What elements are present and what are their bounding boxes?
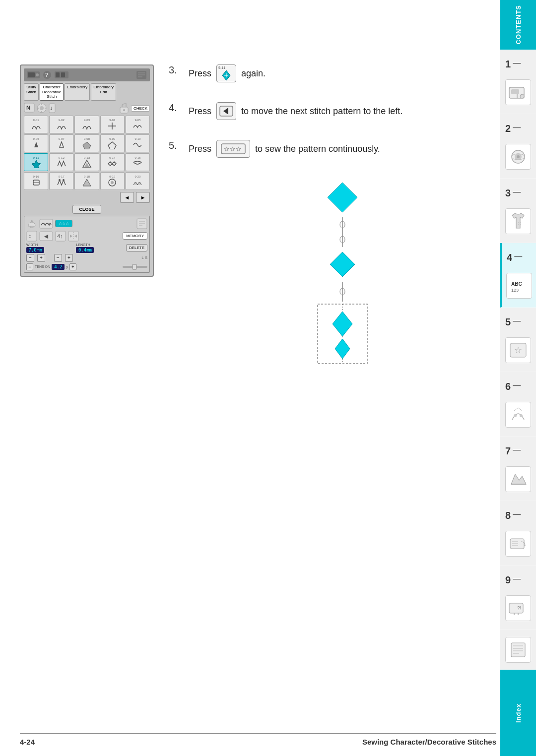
stitch-icon-n: N xyxy=(24,103,35,113)
lock-icon[interactable] xyxy=(119,103,130,114)
notes-icon-box xyxy=(505,637,531,663)
tens-minus-button[interactable]: − xyxy=(26,263,33,270)
machine-cell-905[interactable]: 9-05 xyxy=(126,116,150,133)
close-button[interactable]: CLOSE xyxy=(72,205,101,214)
footer-title: Sewing Character/Decorative Stitches xyxy=(362,738,496,746)
machine-cell-911[interactable]: 9-11 xyxy=(24,153,48,171)
svg-point-69 xyxy=(31,220,33,222)
mirror-icon[interactable] xyxy=(68,231,79,242)
down-arrow-icon[interactable]: ↓ xyxy=(49,103,56,113)
machine-cell-903[interactable]: 9-03 xyxy=(74,116,99,133)
machine-tab-character[interactable]: CharacterDecorativeStitch xyxy=(40,83,64,101)
sidebar-tab-notes[interactable] xyxy=(500,630,536,670)
svg-marker-101 xyxy=(333,312,352,336)
bottom-row-2: ↕ ◄ 4↑ MEMORY xyxy=(26,231,147,242)
width-minus-button[interactable]: − xyxy=(26,254,34,262)
abc-icon: ABC 123 xyxy=(509,277,529,295)
machine-cell-902[interactable]: 9-02 xyxy=(49,116,73,133)
machine-tab-utility[interactable]: UtilityStitch xyxy=(24,83,39,101)
width-plus-button[interactable]: + xyxy=(37,254,45,262)
step-5-text-after: to sew the pattern continuously. xyxy=(255,144,380,154)
machine-cell-912[interactable]: 9-12 xyxy=(49,153,73,171)
tab-7-number: 7 xyxy=(505,445,511,457)
tab-8-number: 8 xyxy=(505,510,511,521)
step-3-icon-label: 9-11 xyxy=(218,66,225,69)
svg-marker-58 xyxy=(32,160,41,168)
sidebar-tab-6[interactable]: 6 — xyxy=(500,372,536,437)
next-pattern-button[interactable]: ► xyxy=(136,192,150,203)
prev-pattern-button[interactable]: ◄ xyxy=(120,192,134,203)
bell-icon[interactable] xyxy=(26,218,37,229)
machine-tab-edit[interactable]: EmbroideryEdit xyxy=(91,83,116,101)
up-down-icon[interactable]: ↕ xyxy=(26,231,37,242)
machine-cell-914[interactable]: 9-14 xyxy=(100,153,125,171)
svg-point-64 xyxy=(63,179,65,181)
length-plus-button[interactable]: + xyxy=(65,254,73,262)
stitch-pattern-icon[interactable] xyxy=(39,218,53,229)
machine-cell-920[interactable]: 9-20 xyxy=(126,172,150,190)
machine-top-bar: ? xyxy=(24,68,150,81)
machine-cell-913[interactable]: 9-13 xyxy=(74,153,99,171)
settings-icon[interactable] xyxy=(36,103,47,114)
machine-cell-901[interactable]: 9-01 xyxy=(24,116,48,133)
length-label: LENGTH xyxy=(76,243,94,247)
thread-to-box-svg xyxy=(337,282,347,302)
sidebar-tab-8[interactable]: 8 — xyxy=(500,501,536,566)
tab-3-icon-box xyxy=(505,208,531,234)
sidebar-tab-1[interactable]: 1 — xyxy=(500,50,536,114)
machine-cell-919[interactable]: 9-19 xyxy=(100,172,125,190)
step-4-icon[interactable] xyxy=(216,102,236,120)
left-arrow-btn-icon[interactable]: ◄ xyxy=(39,231,53,242)
machine-top-icon1 xyxy=(26,70,40,80)
length-minus-button[interactable]: − xyxy=(54,254,62,262)
machine-cell-907[interactable]: 9-07 xyxy=(49,134,73,152)
step-5-icon[interactable]: ☆☆☆ xyxy=(216,140,250,158)
footer: 4-24 Sewing Character/Decorative Stitche… xyxy=(20,733,496,746)
length-group: LENGTH 0.4mm xyxy=(76,243,94,253)
machine-cell-904[interactable]: 9-04 xyxy=(100,116,125,133)
svg-point-45 xyxy=(40,106,44,110)
machine-cell-908[interactable]: 9-08 xyxy=(74,134,99,152)
svg-marker-56 xyxy=(83,142,91,149)
svg-text:☆: ☆ xyxy=(514,345,522,355)
machine-cell-915[interactable]: 9-15 xyxy=(126,153,150,171)
machine-cell-910[interactable]: 9-10 xyxy=(126,134,150,152)
sidebar-tab-5[interactable]: 5 — ☆ xyxy=(500,308,536,372)
svg-rect-68 xyxy=(30,226,33,228)
svg-point-14 xyxy=(514,414,517,417)
step-5: 5. Press ☆☆☆ to sew the pattern continuo… xyxy=(169,140,476,158)
step-5-number: 5. xyxy=(169,140,184,151)
svg-point-32 xyxy=(36,73,39,76)
svg-rect-71 xyxy=(137,219,147,229)
machine-cell-916[interactable]: 9-16 xyxy=(24,172,48,190)
machine-cell-906[interactable]: 9-06 xyxy=(24,134,48,152)
machine-cell-918[interactable]: 9-18 xyxy=(74,172,99,190)
sidebar-tab-7[interactable]: 7 — xyxy=(500,437,536,501)
machine-cell-917[interactable]: 9-17 xyxy=(49,172,73,190)
machine-tab-embroidery[interactable]: Embroidery xyxy=(65,83,90,101)
step-3-icon[interactable]: 9-11 xyxy=(216,64,236,82)
stitch-size-icon[interactable]: 4↑ xyxy=(55,231,66,242)
sidebar-tab-index[interactable]: Index xyxy=(500,670,536,756)
step-5-content: Press ☆☆☆ to sew the pattern continuousl… xyxy=(189,140,380,158)
machine-cell-909[interactable]: 9-09 xyxy=(100,134,125,152)
delete-button[interactable]: DELETE xyxy=(126,244,147,252)
sidebar-tab-3[interactable]: 3 — xyxy=(500,179,536,243)
sidebar-tab-4[interactable]: 4 — ABC 123 xyxy=(500,243,536,308)
svg-point-63 xyxy=(59,179,61,181)
stitch-ctrl-active[interactable]: ☆☆☆ xyxy=(55,220,72,227)
sidebar-tab-9[interactable]: 9 — ?! xyxy=(500,566,536,630)
pattern-count-icon[interactable] xyxy=(136,218,147,229)
svg-rect-1 xyxy=(511,89,519,94)
sidebar-tab-2[interactable]: 2 — xyxy=(500,114,536,179)
tab-3-number: 3 xyxy=(505,188,511,199)
svg-marker-102 xyxy=(335,339,350,359)
step-4-text-before: Press xyxy=(189,106,211,117)
memory-button[interactable]: MEMORY xyxy=(123,232,147,240)
nav-row: ◄ ► xyxy=(24,192,150,203)
sidebar-tab-contents[interactable]: CONTENTS xyxy=(500,0,536,50)
l-s-label: L S xyxy=(141,255,147,260)
machine-top-icons: ? xyxy=(26,70,69,80)
tens-plus-button[interactable]: + xyxy=(69,263,76,270)
left-arrow-icon xyxy=(219,106,233,117)
